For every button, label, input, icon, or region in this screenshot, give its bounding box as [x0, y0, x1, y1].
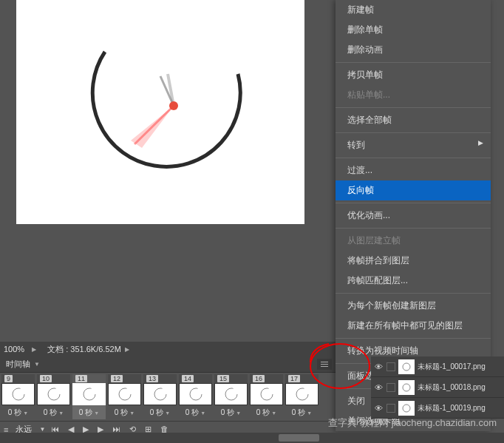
- frame-delay[interactable]: 0 秒▼: [179, 406, 212, 419]
- layer-visibility-icon[interactable]: 👁: [373, 362, 384, 372]
- frame-thumbnail: [285, 383, 319, 405]
- frame-number: 15: [214, 374, 248, 383]
- layer-checkbox[interactable]: [386, 404, 395, 413]
- svg-point-4: [169, 101, 178, 110]
- frame-number: 10: [37, 374, 70, 383]
- frame-delay[interactable]: 0 秒▼: [250, 406, 283, 419]
- menu-separator: [336, 132, 491, 133]
- menu-item[interactable]: 将帧拼合到图层: [336, 251, 491, 271]
- menu-separator: [336, 62, 491, 63]
- frame-delay[interactable]: 0 秒▼: [285, 406, 319, 419]
- frame-thumbnail: [214, 383, 248, 405]
- layer-visibility-icon[interactable]: 👁: [373, 382, 384, 393]
- frame-number: 16: [250, 374, 283, 383]
- svg-point-9: [154, 388, 166, 400]
- svg-point-5: [13, 388, 24, 400]
- layer-name: 未标题-1_00017.png: [418, 362, 502, 372]
- menu-item[interactable]: 反向帧: [336, 180, 491, 200]
- svg-point-6: [48, 388, 60, 400]
- frame-thumbnail: [179, 383, 212, 405]
- frame-11[interactable]: 11 0 秒▼: [72, 374, 106, 419]
- timeline-title: 时间轴: [6, 359, 30, 370]
- frame-thumbnail: [72, 383, 106, 405]
- menu-item[interactable]: 优化动画...: [336, 206, 491, 226]
- zoom-dropdown-icon[interactable]: ▶: [32, 346, 36, 353]
- menu-separator: [336, 107, 491, 108]
- timeline-dropdown-icon[interactable]: ▼: [34, 361, 40, 368]
- frame-number: 11: [72, 374, 106, 383]
- frame-14[interactable]: 14 0 秒▼: [179, 374, 212, 419]
- menu-item[interactable]: 拷贝单帧: [336, 65, 491, 85]
- frame-thumbnail: [37, 383, 70, 405]
- frame-delay[interactable]: 0 秒▼: [214, 406, 248, 419]
- menu-item[interactable]: 新建在所有帧中都可见的图层: [336, 316, 491, 336]
- frame-16[interactable]: 16 0 秒▼: [250, 374, 283, 419]
- menu-item[interactable]: 选择全部帧: [336, 110, 491, 130]
- menu-separator: [336, 158, 491, 158]
- frame-number: 9: [1, 374, 35, 383]
- menu-separator: [336, 338, 491, 339]
- layer-row[interactable]: 👁 未标题-1_00017.png: [371, 356, 504, 377]
- layer-row[interactable]: 👁 未标题-1_00018.png: [371, 377, 504, 398]
- svg-line-3: [134, 106, 174, 144]
- frame-10[interactable]: 10 0 秒▼: [37, 374, 70, 419]
- frame-9[interactable]: 9 0 秒▼: [1, 374, 35, 419]
- menu-item[interactable]: 删除动画: [336, 40, 491, 60]
- horizontal-scrollbar[interactable]: [0, 433, 504, 443]
- menu-item[interactable]: 过渡...: [336, 160, 491, 180]
- frame-delay[interactable]: 0 秒▼: [37, 406, 70, 419]
- frame-15[interactable]: 15 0 秒▼: [214, 374, 248, 419]
- frame-number: 13: [143, 374, 177, 383]
- submenu-arrow-icon: ▶: [478, 139, 483, 146]
- menu-item[interactable]: 删除单帧: [336, 20, 491, 40]
- document-info: 文档 : 351.6K/6.52M: [47, 344, 121, 355]
- frame-number: 12: [108, 374, 141, 383]
- menu-item[interactable]: 跨帧匹配图层...: [336, 271, 491, 291]
- menu-separator: [336, 293, 491, 294]
- frames-strip: 9 0 秒▼ 10 0 秒▼ 11 0 秒▼ 12 0 秒▼ 13 0 秒▼ 1…: [0, 373, 336, 421]
- svg-point-7: [84, 388, 95, 400]
- loop-dropdown-icon[interactable]: ▼: [39, 426, 45, 433]
- timeline-panel: 时间轴 ▼ 9 0 秒▼ 10 0 秒▼ 11 0 秒▼ 12 0 秒▼ 13: [0, 356, 336, 437]
- menu-separator: [336, 203, 491, 203]
- menu-item[interactable]: 新建帧: [336, 0, 491, 20]
- layer-checkbox[interactable]: [386, 362, 395, 371]
- timeline-flyout-button[interactable]: [317, 359, 332, 370]
- frame-thumbnail: [1, 383, 35, 405]
- menu-item: 粘贴单帧...: [336, 85, 491, 105]
- svg-point-13: [296, 388, 308, 400]
- frame-delay[interactable]: 0 秒▼: [143, 406, 177, 419]
- frame-delay[interactable]: 0 秒▼: [1, 406, 35, 419]
- doc-info-dropdown-icon[interactable]: ▶: [125, 346, 129, 353]
- menu-item[interactable]: 为每个新帧创建新图层: [336, 296, 491, 316]
- menu-item[interactable]: 转到▶: [336, 135, 491, 155]
- layer-name: 未标题-1_00019.png: [418, 403, 502, 413]
- layer-thumbnail: [398, 380, 415, 395]
- frame-13[interactable]: 13 0 秒▼: [143, 374, 177, 419]
- frame-12[interactable]: 12 0 秒▼: [108, 374, 141, 419]
- svg-point-14: [403, 363, 410, 371]
- frame-thumbnail: [250, 383, 283, 405]
- frame-thumbnail: [143, 383, 177, 405]
- svg-point-8: [119, 388, 131, 400]
- layer-thumbnail: [398, 401, 415, 416]
- svg-point-10: [190, 388, 202, 400]
- frame-number: 17: [285, 374, 319, 383]
- layer-checkbox[interactable]: [386, 383, 395, 392]
- frame-number: 14: [179, 374, 212, 383]
- layer-row[interactable]: 👁 未标题-1_00019.png: [371, 398, 504, 419]
- hamburger-icon: [321, 364, 328, 365]
- layers-panel: 👁 未标题-1_00017.png 👁 未标题-1_00018.png 👁 未标…: [371, 356, 504, 419]
- menu-separator: [336, 228, 491, 229]
- frame-delay[interactable]: 0 秒▼: [72, 406, 106, 419]
- layer-name: 未标题-1_00018.png: [418, 382, 502, 393]
- frame-delay[interactable]: 0 秒▼: [108, 406, 141, 419]
- layer-visibility-icon[interactable]: 👁: [373, 403, 384, 413]
- scrollbar-thumb[interactable]: [279, 434, 319, 442]
- svg-point-11: [225, 388, 237, 400]
- frame-17[interactable]: 17 0 秒▼: [285, 374, 319, 419]
- frame-thumbnail: [108, 383, 141, 405]
- zoom-level[interactable]: 100%: [4, 345, 24, 354]
- status-bar: 100% ▶ 文档 : 351.6K/6.52M ▶: [0, 342, 336, 356]
- layer-thumbnail: [398, 359, 415, 374]
